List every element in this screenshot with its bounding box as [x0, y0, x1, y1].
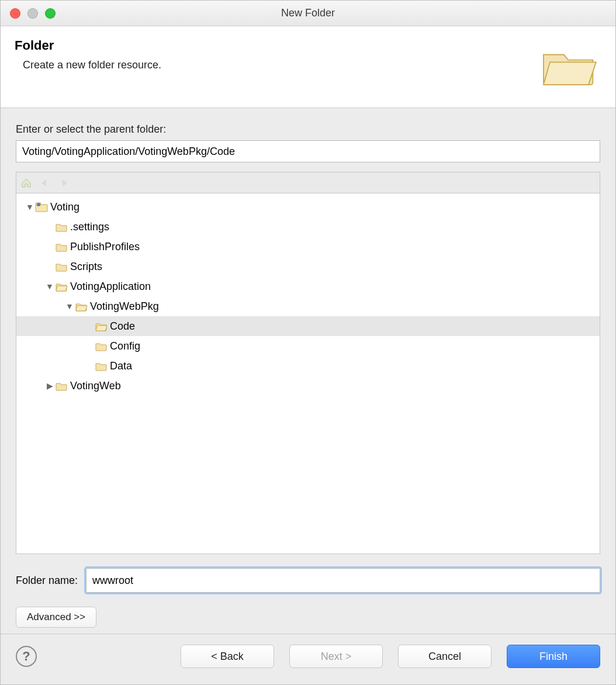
dialog-title: Folder — [15, 38, 161, 53]
dialog-subtitle: Create a new folder resource. — [23, 59, 161, 71]
tree-toolbar — [16, 172, 600, 193]
dialog-footer: ? < Back Next > Cancel Finish — [1, 634, 615, 684]
zoom-window-button[interactable] — [45, 8, 56, 19]
parent-folder-input[interactable] — [16, 140, 600, 162]
tree-item-label: Code — [110, 320, 135, 333]
folder-icon — [55, 380, 68, 392]
back-button[interactable]: < Back — [181, 645, 274, 668]
back-arrow-icon[interactable] — [39, 177, 51, 189]
folder-open-icon — [95, 320, 108, 332]
cancel-button[interactable]: Cancel — [398, 645, 492, 668]
tree-item-label: Data — [110, 360, 132, 372]
folder-open-icon — [75, 300, 88, 312]
folder-icon — [95, 360, 108, 372]
window-controls — [10, 8, 56, 19]
tree-item-label: Config — [110, 340, 140, 352]
chevron-down-icon[interactable]: ▼ — [64, 302, 75, 311]
chevron-right-icon[interactable]: ▶ — [44, 381, 55, 390]
folder-icon — [55, 221, 68, 233]
close-window-button[interactable] — [10, 8, 20, 19]
tree-item-label: .settings — [70, 221, 109, 233]
folder-tree[interactable]: ▼Voting▶.settings▶PublishProfiles▶Script… — [16, 193, 600, 554]
titlebar: New Folder — [1, 1, 615, 26]
tree-item[interactable]: ▶PublishProfiles — [16, 237, 600, 257]
svg-point-2 — [37, 203, 40, 206]
tree-item[interactable]: ▶Code — [16, 316, 600, 336]
finish-button[interactable]: Finish — [507, 645, 600, 668]
chevron-down-icon[interactable]: ▼ — [44, 282, 55, 291]
dialog-header: Folder Create a new folder resource. — [1, 26, 615, 108]
folder-open-large-icon — [537, 38, 601, 94]
folder-name-label: Folder name: — [16, 575, 78, 587]
tree-item-label: VotingWeb — [70, 380, 121, 392]
folder-icon — [95, 340, 108, 352]
next-button: Next > — [289, 645, 383, 668]
forward-arrow-icon[interactable] — [57, 177, 70, 189]
home-icon[interactable] — [20, 177, 33, 189]
folder-icon — [55, 261, 68, 272]
folder-name-input[interactable] — [86, 568, 600, 593]
tree-item[interactable]: ▼VotingApplication — [16, 276, 600, 296]
tree-item-label: VotingApplication — [70, 281, 151, 293]
parent-folder-label: Enter or select the parent folder: — [16, 123, 600, 136]
tree-item[interactable]: ▼Voting — [16, 197, 600, 217]
tree-item-label: VotingWebPkg — [90, 300, 159, 313]
window-title: New Folder — [1, 7, 615, 19]
folder-icon — [55, 241, 68, 252]
project-icon — [35, 201, 48, 213]
dialog-body: Enter or select the parent folder: ▼Voti… — [1, 108, 615, 634]
help-button[interactable]: ? — [16, 646, 37, 667]
tree-item[interactable]: ▶VotingWeb — [16, 376, 600, 396]
tree-item-label: Scripts — [70, 261, 102, 273]
tree-item[interactable]: ▶Scripts — [16, 257, 600, 276]
tree-item[interactable]: ▶Data — [16, 356, 600, 376]
folder-open-icon — [55, 281, 68, 292]
tree-item-label: PublishProfiles — [70, 241, 140, 253]
tree-item[interactable]: ▶Config — [16, 336, 600, 356]
advanced-button[interactable]: Advanced >> — [16, 607, 96, 628]
minimize-window-button[interactable] — [27, 8, 38, 19]
tree-item[interactable]: ▼VotingWebPkg — [16, 296, 600, 316]
tree-item-label: Voting — [50, 201, 79, 213]
tree-item[interactable]: ▶.settings — [16, 217, 600, 237]
chevron-down-icon[interactable]: ▼ — [25, 202, 35, 212]
